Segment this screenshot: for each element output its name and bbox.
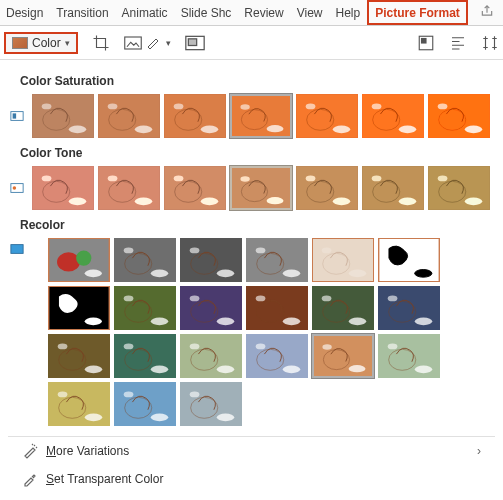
svg-point-17 [201,126,218,134]
tab-picture-format[interactable]: Picture Format [367,0,468,25]
tab-animations[interactable]: Animatic [116,0,175,25]
saturation-row [8,94,495,138]
svg-rect-6 [13,113,17,118]
recolor-thumb[interactable] [312,334,374,378]
tone-thumb[interactable] [98,166,160,210]
svg-point-77 [190,248,200,254]
recolor-thumb[interactable] [312,238,374,282]
color-dropdown-panel: Color Saturation [0,60,503,500]
svg-point-30 [372,104,382,110]
svg-point-13 [135,126,152,134]
svg-rect-2 [188,38,196,45]
svg-point-39 [69,198,86,206]
svg-point-63 [465,198,482,206]
svg-point-101 [256,296,266,302]
svg-point-68 [76,250,91,265]
recolor-thumb[interactable] [48,382,110,426]
svg-point-121 [190,344,200,350]
color-dropdown-button[interactable]: Color ▾ [4,32,78,54]
svg-point-97 [190,296,200,302]
svg-point-104 [349,318,366,326]
saturation-thumb[interactable] [32,94,94,138]
artistic-effects-icon[interactable]: ▾ [124,36,171,50]
tab-design[interactable]: Design [0,0,50,25]
recolor-thumb[interactable] [180,286,242,330]
recolor-thumb[interactable] [246,334,308,378]
tab-view[interactable]: View [291,0,330,25]
crop-icon[interactable] [92,34,110,52]
recolor-thumb[interactable] [114,286,176,330]
saturation-thumb[interactable] [428,94,490,138]
magic-wand-icon [22,443,38,459]
recolor-thumb[interactable] [180,382,242,426]
svg-point-85 [322,248,332,254]
tone-thumb[interactable] [230,166,292,210]
recolor-thumb[interactable] [48,286,110,330]
svg-point-92 [151,318,168,326]
recolor-thumb[interactable] [48,334,110,378]
transparency-icon[interactable] [185,35,205,51]
recolor-icon [10,242,24,256]
svg-point-67 [57,252,80,271]
tone-thumb[interactable] [362,166,424,210]
tab-help[interactable]: Help [329,0,367,25]
svg-point-100 [283,318,300,326]
tone-thumb[interactable] [428,166,490,210]
svg-point-69 [85,270,102,278]
svg-point-87 [415,270,432,278]
recolor-thumb[interactable] [114,382,176,426]
svg-point-120 [217,366,234,374]
picture-format-toolbar: Color ▾ ▾ [0,26,503,60]
tab-transitions[interactable]: Transition [50,0,115,25]
share-icon[interactable] [474,0,500,25]
svg-point-109 [388,296,398,302]
svg-point-43 [135,198,152,206]
saturation-thumb[interactable] [164,94,226,138]
svg-point-80 [283,270,300,278]
svg-point-9 [69,126,86,134]
recolor-thumb[interactable] [180,238,242,282]
recolor-grid [28,238,495,426]
align-icon[interactable] [449,34,467,52]
tab-review[interactable]: Review [238,0,290,25]
tab-slideshow[interactable]: Slide Shc [175,0,239,25]
svg-point-72 [151,270,168,278]
set-transparent-item[interactable]: Set Transparent Color [8,465,495,493]
recolor-thumb[interactable] [246,286,308,330]
recolor-thumb[interactable] [378,334,440,378]
svg-rect-65 [11,245,23,254]
recolor-thumb[interactable] [378,286,440,330]
svg-point-64 [438,176,448,182]
svg-point-34 [438,104,448,110]
saturation-thumb[interactable] [296,94,358,138]
size-icon[interactable] [481,34,499,52]
saturation-thumb[interactable] [98,94,160,138]
svg-point-36 [13,186,17,190]
tone-thumb[interactable] [296,166,358,210]
svg-point-112 [85,366,102,374]
position-icon[interactable] [417,34,435,52]
svg-point-129 [322,344,331,349]
color-button-label: Color [32,36,61,50]
tone-thumb[interactable] [32,166,94,210]
svg-point-96 [217,318,234,326]
svg-point-144 [217,414,234,422]
svg-point-89 [85,318,102,326]
recolor-thumb[interactable] [114,238,176,282]
recolor-thumb[interactable] [114,334,176,378]
picture-color-options-item[interactable]: Picture Color Options... [8,493,495,500]
tone-icon [10,181,24,195]
recolor-thumb[interactable] [246,238,308,282]
tone-thumb[interactable] [164,166,226,210]
recolor-thumb[interactable] [312,286,374,330]
saturation-thumb[interactable] [362,94,424,138]
svg-point-60 [372,176,382,182]
svg-point-133 [388,344,398,350]
svg-point-25 [333,126,350,134]
recolor-thumb[interactable] [180,334,242,378]
more-variations-item[interactable]: More Variations › [8,437,495,465]
recolor-thumb[interactable] [48,238,110,282]
svg-point-84 [349,270,366,278]
recolor-thumb[interactable] [378,238,440,282]
saturation-thumb[interactable] [230,94,292,138]
